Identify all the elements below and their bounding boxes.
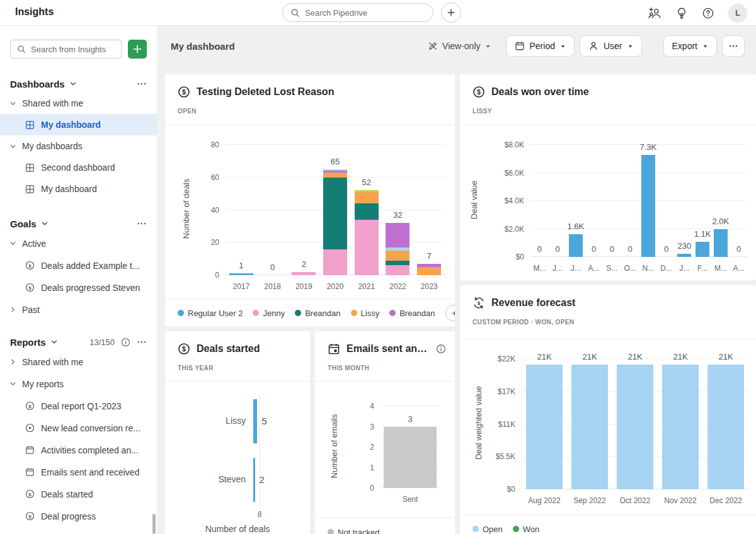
legend-item-breandan[interactable]: Breandan [389,309,435,318]
bar-j[interactable]: 1.6KJ... [567,145,585,257]
legend-item-won[interactable]: Won [513,525,540,534]
bar-sent[interactable]: 3Sent [381,406,440,488]
bar-j[interactable]: 0J... [549,145,567,257]
legend-item-not-tracked[interactable]: Not tracked [328,528,379,534]
section-header-goals[interactable]: Goals [0,215,157,232]
sidebar-item-past[interactable]: Past [0,298,157,321]
period-filter-button[interactable]: Period [506,35,575,57]
bar-oct-2022[interactable]: 21KOct 2022 [612,359,658,489]
section-title: Reports [10,337,46,348]
bar-value-label: 0 [592,244,596,254]
sidebar-item-active[interactable]: Active [0,232,157,254]
more-icon[interactable] [137,219,147,229]
chev-down-icon [9,240,16,247]
bar-2019[interactable]: 22019 [288,145,319,275]
bar-s[interactable]: 0S... [603,145,621,257]
sidebar-item-shared-with-me[interactable]: Shared with me [0,93,157,114]
bar-aug-2022[interactable]: 21KAug 2022 [522,359,567,489]
bar-2018[interactable]: 02018 [257,145,289,275]
sidebar-item-label: Second dashboard [41,162,115,173]
bar-2021[interactable]: 522021 [351,145,382,275]
bar-2017[interactable]: 12017 [226,145,257,275]
bar-2022[interactable]: 322022 [382,145,414,275]
invite-users-icon[interactable] [648,6,662,20]
bar-2023[interactable]: 72023 [413,145,445,275]
sidebar-item-activities-completed-an[interactable]: Activities completed an... [0,439,157,461]
bar-lissy[interactable] [253,399,257,443]
user-filter-button[interactable]: User [580,35,642,57]
legend-label: Breandan [399,309,435,318]
bar-o[interactable]: 0O... [621,145,639,257]
period-label: Period [530,41,555,51]
bar-2020[interactable]: 652020 [319,145,351,275]
sidebar-item-deal-progress[interactable]: $Deal progress [0,505,157,527]
bar-j[interactable]: 230J... [675,145,694,257]
sidebar-item-my-dashboard[interactable]: My dashboard [0,114,157,135]
help-icon[interactable] [702,7,714,20]
bar-a[interactable]: 0A... [730,145,748,257]
sidebar-scrollbar[interactable] [152,514,156,534]
card-title: Testing Deleted Lost Reason [197,86,334,98]
sidebar-item-shared-with-me[interactable]: Shared with me [0,351,157,373]
suggestions-icon[interactable] [675,7,688,20]
legend-more-button[interactable]: +4 [445,305,455,321]
global-search[interactable]: Search Pipedrive [282,3,433,22]
search-icon [290,8,300,18]
quick-add-button[interactable] [441,3,461,23]
info-icon[interactable] [121,338,130,347]
sidebar-item-deals-started[interactable]: $Deals started [0,483,157,505]
bar-sep-2022[interactable]: 21KSep 2022 [567,359,612,489]
export-button[interactable]: Export [663,35,717,57]
dashboard-more-button[interactable] [722,35,745,57]
bar-m[interactable]: 0M... [530,145,549,257]
more-icon[interactable] [137,337,147,347]
bar-d[interactable]: 0D... [657,145,675,257]
avatar[interactable]: L [728,4,747,23]
legend-item-open[interactable]: Open [472,525,503,534]
bar-steven[interactable] [253,458,255,502]
bar-value-label: 0 [664,244,668,254]
bar-value-label: 21K [537,352,551,361]
sidebar-item-deal-duration[interactable]: $Deal duration [0,527,157,534]
section-header-dashboards[interactable]: Dashboards [0,75,157,93]
sidebar-item-emails-sent-and-received[interactable]: Emails sent and received [0,461,157,483]
more-icon[interactable] [137,79,147,89]
svg-text:$: $ [28,285,32,291]
bar-nov-2022[interactable]: 21KNov 2022 [658,359,703,489]
bar-dec-2022[interactable]: 21KDec 2022 [703,359,748,489]
legend-item-regular-user-2[interactable]: Regular User 2 [178,309,243,318]
bar-n[interactable]: 7.3KN... [639,145,658,257]
sidebar-item-my-dashboard[interactable]: My dashboard [0,178,157,200]
sidebar-item-deals-added-example-t[interactable]: $Deals added Example t... [0,254,157,276]
bar-f[interactable]: 1.1KF... [694,145,712,257]
bar-value-label: 7.3K [640,142,657,152]
legend-item-lissy[interactable]: Lissy [351,309,380,318]
legend-item-breandan[interactable]: Breandan [295,309,340,318]
global-search-placeholder: Search Pipedrive [305,8,367,18]
sidebar-item-second-dashboard[interactable]: Second dashboard [0,157,157,178]
category-label-lissy: Lissy [165,416,246,426]
sidebar-item-label: Shared with me [22,357,83,367]
insights-search-placeholder: Search from Insights [31,45,106,54]
create-new-button[interactable] [128,40,147,59]
legend-dot [253,310,259,316]
legend-item-jenny[interactable]: Jenny [253,309,285,318]
bar-m[interactable]: 2.0KM... [712,145,730,257]
sidebar-item-my-reports[interactable]: My reports [0,373,157,395]
sidebar-item-deal-report-q1-2023[interactable]: $Deal report Q1-2023 [0,395,157,417]
section-header-reports[interactable]: Reports13/150 [0,333,157,351]
sidebar-item-my-dashboards[interactable]: My dashboards [0,135,157,157]
bar-a[interactable]: 0A... [585,145,603,257]
sidebar-item-new-lead-conversion-re[interactable]: New lead conversion re... [0,417,157,439]
target-icon [25,423,35,433]
view-only-button[interactable]: View-only [428,41,490,51]
insights-search-input[interactable]: Search from Insights [10,40,122,59]
sidebar-item-label: Deals added Example t... [41,261,139,271]
x-tick: Dec 2022 [698,496,753,505]
gridline [260,394,260,515]
card-title: Revenue forecast [491,297,575,309]
sidebar-item-deals-progressed-steven[interactable]: $Deals progressed Steven [0,276,157,298]
bar-value-label: 0 [610,244,614,254]
info-icon[interactable] [436,344,446,354]
bar-value-label: 21K [627,352,642,361]
